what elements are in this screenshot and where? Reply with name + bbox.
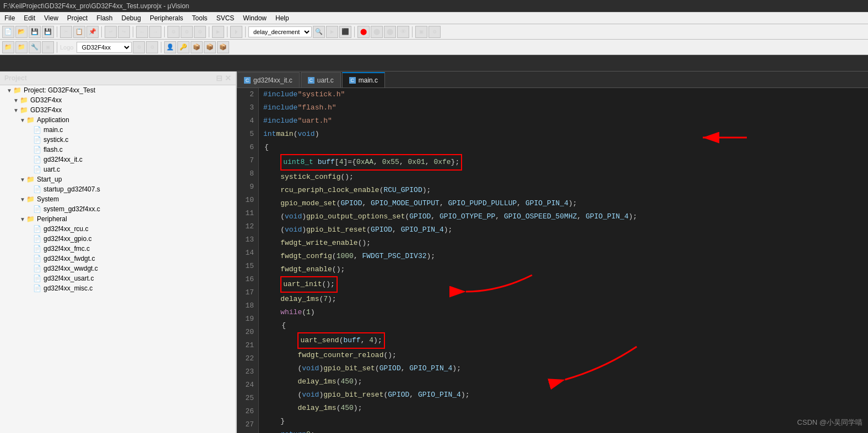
tree-item-9[interactable]: ▼📁System (0, 194, 236, 204)
tree-item-18[interactable]: 📄gd32f4xx_misc.c (0, 283, 236, 293)
code-line-8: systick_config(); (263, 171, 864, 184)
menu-item-project[interactable]: Project (63, 13, 92, 23)
logo-label: Logo (60, 44, 73, 51)
code-line-18: while(1) (263, 306, 864, 319)
tree-item-14[interactable]: 📄gd32f4xx_fmc.c (0, 244, 236, 254)
new-btn[interactable]: 📄 (2, 26, 14, 38)
tree-item-16[interactable]: 📄gd32f4xx_wwdgt.c (0, 264, 236, 273)
tree-item-6[interactable]: 📄uart.c (0, 165, 236, 174)
tab-icon-1: C (308, 77, 314, 84)
line-num-21: 21 (241, 339, 254, 352)
paste-btn[interactable]: 📌 (86, 26, 99, 38)
tree-item-1[interactable]: ▼📁Application (0, 115, 236, 125)
t2-btn8[interactable]: 🔑 (177, 41, 189, 53)
t2-btn1[interactable]: 📁 (2, 41, 14, 53)
menu-item-tools[interactable]: Tools (188, 13, 212, 23)
stop-btn[interactable]: ⬛ (339, 26, 351, 38)
tree-root[interactable]: ▼📁Project: GD32F4xx_Test (0, 85, 236, 95)
cut-btn[interactable]: ✂ (60, 26, 72, 38)
tab-2[interactable]: Cmain.c (342, 72, 385, 87)
menu-item-flash[interactable]: Flash (92, 13, 117, 23)
menu-item-view[interactable]: View (40, 13, 63, 23)
breakpoint-btn[interactable]: ⬤ (357, 26, 370, 38)
t2-btn6[interactable]: ⚙ (146, 41, 158, 53)
menu-item-debug[interactable]: Debug (117, 13, 145, 23)
t2-btn11[interactable]: 📦 (217, 41, 229, 53)
code-line-14: fwdgt_config(1000, FWDGT_PSC_DIV32); (263, 250, 864, 263)
menu-item-edit[interactable]: Edit (19, 13, 40, 23)
t2-btn4[interactable]: ▣ (42, 41, 54, 53)
rebuild-btn[interactable]: ⚙ (181, 26, 193, 38)
nav-fwd-btn[interactable]: → (149, 26, 161, 38)
menu-item-help[interactable]: Help (271, 13, 294, 23)
undo-btn[interactable]: ↩ (105, 26, 117, 38)
save-btn[interactable]: 💾 (29, 26, 41, 38)
t2-btn3[interactable]: 🔧 (29, 41, 41, 53)
menu-item-window[interactable]: Window (238, 13, 271, 23)
code-line-11: (void)gpio_output_options_set(GPIOD, GPI… (263, 210, 864, 223)
tab-0[interactable]: Cgd32f4xx_it.c (237, 72, 300, 87)
code-line-23: delay_1ms(450); (263, 375, 864, 388)
watch-btn[interactable]: 👁 (397, 26, 409, 38)
run-btn[interactable]: ▶ (326, 26, 338, 38)
menu-item-peripherals[interactable]: Peripherals (145, 13, 188, 23)
line-num-7: 7 (241, 154, 254, 167)
window-btn[interactable]: ▣ (415, 26, 427, 38)
t2-btn7[interactable]: 👤 (164, 41, 176, 53)
tree-item-3[interactable]: 📄systick.c (0, 135, 236, 145)
nav-back-btn[interactable]: ← (136, 26, 148, 38)
settings-btn[interactable]: ⚙ (428, 26, 441, 38)
tab-1[interactable]: Cuart.c (301, 72, 341, 87)
find-btn[interactable]: 🔍 (313, 26, 325, 38)
all-bp-btn[interactable]: ⬤ (384, 26, 396, 38)
line-num-10: 10 (241, 194, 254, 207)
copy-btn[interactable]: 📋 (73, 26, 85, 38)
tab-icon-2: C (349, 77, 356, 84)
tabs-row-inner: Cgd32f4xx_it.cCuart.cCmain.c (237, 72, 868, 88)
build-btn[interactable]: ⚙ (167, 26, 180, 38)
function-dropdown[interactable]: delay_decrement (248, 26, 312, 37)
load-btn[interactable]: ▶ (212, 26, 224, 38)
line-num-2: 2 (241, 88, 254, 101)
tree-gd32f4xx[interactable]: ▼📁GD32F4xx (0, 95, 236, 105)
redo-btn[interactable]: ↪ (118, 26, 130, 38)
tree-item-17[interactable]: 📄gd32f4xx_usart.c (0, 273, 236, 283)
tree-item-8[interactable]: 📄startup_gd32f407.s (0, 184, 236, 194)
code-line-16: uart_init(); (263, 276, 864, 293)
tree-item-15[interactable]: 📄gd32f4xx_fwdgt.c (0, 254, 236, 264)
editor-area[interactable]: Cgd32f4xx_it.cCuart.cCmain.c 23456789101… (237, 72, 868, 433)
tree-item-13[interactable]: 📄gd32f4xx_gpio.c (0, 234, 236, 244)
t2-btn9[interactable]: 📦 (191, 41, 203, 53)
target-dropdown[interactable]: GD32F4xx (77, 42, 132, 53)
tree-item-7[interactable]: ▼📁Start_up (0, 174, 236, 184)
translate-btn[interactable]: ⚙ (194, 26, 206, 38)
save-all-btn[interactable]: 💾 (42, 26, 54, 38)
t2-btn10[interactable]: 📦 (204, 41, 216, 53)
menu-item-file[interactable]: File (0, 13, 19, 23)
t2-btn5[interactable]: ⚙ (133, 41, 145, 53)
line-num-24: 24 (241, 379, 254, 392)
clear-bp-btn[interactable]: ⬤ (371, 26, 383, 38)
code-line-22: (void)gpio_bit_set(GPIOD, GPIO_PIN_4); (263, 362, 864, 375)
line-num-23: 23 (241, 365, 254, 379)
tree-item-11[interactable]: ▼📁Peripheral (0, 214, 236, 224)
main-layout: Project ⊟ ✕ ▼📁Project: GD32F4xx_Test▼📁GD… (0, 72, 868, 433)
sep6 (227, 26, 227, 37)
code-line-27: return 0; (263, 428, 864, 433)
tree-item-2[interactable]: 📄main.c (0, 125, 236, 135)
tree-item-5[interactable]: 📄gd32f4xx_it.c (0, 155, 236, 165)
tree-item-4[interactable]: 📄flash.c (0, 145, 236, 155)
line-num-9: 9 (241, 180, 254, 194)
t2-btn2[interactable]: 📁 (15, 41, 28, 53)
project-controls[interactable]: ⊟ ✕ (216, 74, 231, 83)
tab-label-1: uart.c (317, 76, 334, 84)
menu-item-svcs[interactable]: SVCS (212, 13, 239, 23)
line-num-12: 12 (241, 220, 254, 233)
tree-item-10[interactable]: 📄system_gd32f4xx.c (0, 204, 236, 214)
start-debug-btn[interactable]: ⏵ (230, 26, 242, 38)
tree-item-12[interactable]: 📄gd32f4xx_rcu.c (0, 224, 236, 234)
open-btn[interactable]: 📂 (15, 26, 28, 38)
code-line-4: #include "uart.h" (263, 114, 864, 128)
code-line-21: fwdgt_counter_reload(); (263, 349, 864, 362)
tree-item-0[interactable]: ▼📁GD32F4xx (0, 105, 236, 115)
